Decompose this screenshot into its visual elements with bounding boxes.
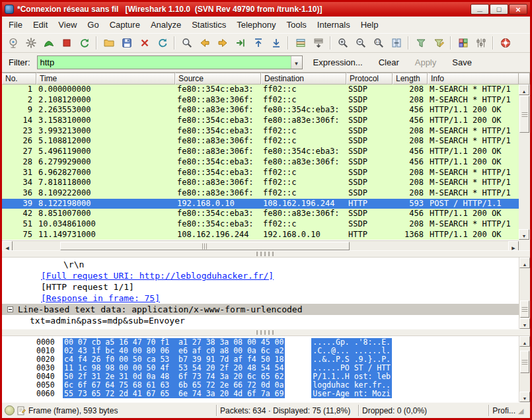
column-header-protocol[interactable]: Protocol xyxy=(346,73,393,85)
menu-edit[interactable]: Edit xyxy=(28,18,53,32)
packet-row[interactable]: 22.108120000fe80::a83e:306f:ff02::cSSDP2… xyxy=(2,95,519,106)
column-header-time[interactable]: Time xyxy=(36,73,175,85)
packet-row[interactable]: 398.122198000192.168.0.10108.162.196.244… xyxy=(2,199,519,209)
hex-line[interactable]: 006055 73 65 72 2d 41 67 65 6e 74 3a 20 … xyxy=(2,390,519,398)
packet-list-vscrollbar[interactable] xyxy=(519,85,530,240)
capture-filter-icon[interactable] xyxy=(412,34,430,52)
packet-row[interactable]: 5110.034861000fe80::354c:eba3:ff02::cSSD… xyxy=(2,219,519,230)
menu-telephony[interactable]: Telephony xyxy=(231,18,281,32)
help-icon[interactable] xyxy=(496,34,514,52)
menu-view[interactable]: View xyxy=(53,18,82,32)
collapse-expander-icon[interactable] xyxy=(7,306,13,312)
column-header-no[interactable]: No. xyxy=(2,73,36,85)
column-header-info[interactable]: Info xyxy=(428,73,519,85)
scroll-right-icon[interactable] xyxy=(508,241,519,250)
menu-help[interactable]: Help xyxy=(356,18,384,32)
packet-row[interactable]: 347.818118000fe80::a83e:306f:ff02::cSSDP… xyxy=(2,178,519,188)
resize-grip-icon[interactable] xyxy=(518,405,527,416)
packet-row[interactable]: 92.263553000fe80::a83e:306f:fe80::354c:e… xyxy=(2,105,519,116)
vscroll-track[interactable] xyxy=(519,95,530,229)
vscroll-thumb[interactable] xyxy=(520,300,529,318)
scroll-up-icon[interactable] xyxy=(519,85,529,95)
detail-text[interactable]: [Full request URI: http://leblogduhacker… xyxy=(41,270,274,281)
open-file-icon[interactable] xyxy=(100,34,118,52)
filter-apply-button[interactable]: Apply xyxy=(414,56,438,69)
column-header-source[interactable]: Source xyxy=(175,73,261,85)
filter-save-button[interactable]: Save xyxy=(451,56,473,69)
packet-row[interactable]: 368.109222000fe80::a83e:306f:ff02::cSSDP… xyxy=(2,188,519,199)
packet-row[interactable]: 233.993213000fe80::354c:eba3:ff02::cSSDP… xyxy=(2,126,519,137)
capture-options-icon[interactable] xyxy=(22,34,40,52)
scroll-up-icon[interactable] xyxy=(519,336,530,347)
packet-row[interactable]: 7511.149731000108.162.196.244192.168.0.1… xyxy=(2,230,519,240)
detail-line[interactable]: txt=admin&pass=mdp&sub=Envoyer xyxy=(2,315,519,326)
find-packet-icon[interactable] xyxy=(178,34,196,52)
go-back-icon[interactable] xyxy=(196,34,213,52)
packet-row[interactable]: 286.279929000fe80::354c:eba3:fe80::a83e:… xyxy=(2,157,519,168)
detail-line[interactable]: [Full request URI: http://leblogduhacker… xyxy=(2,270,519,281)
scroll-left-icon[interactable] xyxy=(2,241,13,250)
scroll-down-icon[interactable] xyxy=(519,392,530,402)
packet-row[interactable]: 275.496119000fe80::a83e:306f:fe80::354c:… xyxy=(2,147,519,157)
filter-dropdown-icon[interactable] xyxy=(291,56,302,69)
menu-analyze[interactable]: Analyze xyxy=(145,18,186,32)
menu-file[interactable]: File xyxy=(3,18,28,32)
menu-internals[interactable]: Internals xyxy=(312,18,356,32)
column-header-destination[interactable]: Destination xyxy=(261,73,346,85)
zoom-in-icon[interactable] xyxy=(334,34,352,52)
capture-comment-icon[interactable] xyxy=(17,405,26,415)
zoom-100-icon[interactable]: 1:1 xyxy=(369,34,387,52)
reload-icon[interactable] xyxy=(153,34,171,52)
go-forward-icon[interactable] xyxy=(213,34,231,52)
stop-capture-icon[interactable] xyxy=(57,34,75,52)
filter-clear-button[interactable]: Clear xyxy=(377,56,400,69)
autoscroll-icon[interactable] xyxy=(309,34,327,52)
packet-row[interactable]: 428.851007000fe80::354c:eba3:fe80::a83e:… xyxy=(2,209,519,219)
title-bar[interactable]: *Connexion réseau sans fil [Wireshark 1.… xyxy=(2,2,530,17)
minimize-icon[interactable] xyxy=(471,4,489,15)
pane-splitter-2[interactable] xyxy=(2,329,530,336)
scroll-down-icon[interactable] xyxy=(519,229,529,240)
menu-capture[interactable]: Capture xyxy=(104,18,145,32)
vscroll-thumb[interactable] xyxy=(520,351,529,373)
resize-columns-icon[interactable] xyxy=(387,34,405,52)
filter-label-button[interactable]: Filter: xyxy=(6,56,33,69)
save-file-icon[interactable] xyxy=(118,34,135,52)
scroll-up-icon[interactable] xyxy=(519,258,530,268)
preferences-icon[interactable] xyxy=(472,34,490,52)
zoom-out-icon[interactable] xyxy=(352,34,369,52)
packet-list-hscrollbar[interactable] xyxy=(2,240,519,250)
list-interfaces-icon[interactable] xyxy=(4,34,22,52)
pane-splitter-1[interactable] xyxy=(2,250,530,258)
expert-info-icon[interactable] xyxy=(5,405,15,415)
vscroll-track[interactable] xyxy=(519,347,530,392)
goto-top-icon[interactable] xyxy=(249,34,267,52)
column-header-length[interactable]: Length xyxy=(393,73,428,85)
detail-line[interactable]: \r\n xyxy=(2,259,519,270)
vscroll-track[interactable] xyxy=(519,268,530,318)
goto-packet-icon[interactable] xyxy=(231,34,249,52)
details-vscrollbar[interactable] xyxy=(519,258,530,329)
detail-text[interactable]: [Response in frame: 75] xyxy=(41,293,160,304)
start-capture-icon[interactable] xyxy=(40,34,57,52)
packet-row[interactable]: 143.158310000fe80::354c:eba3:fe80::a83e:… xyxy=(2,116,519,126)
hscroll-thumb[interactable] xyxy=(60,242,350,250)
menu-statistics[interactable]: Statistics xyxy=(186,18,231,32)
menu-go[interactable]: Go xyxy=(82,18,104,32)
detail-line[interactable]: [HTTP request 1/1] xyxy=(2,281,519,293)
coloring-rules-icon[interactable] xyxy=(454,34,472,52)
menu-tools[interactable]: Tools xyxy=(281,18,311,32)
bytes-vscrollbar[interactable] xyxy=(519,336,530,402)
detail-line[interactable]: Line-based text data: application/x-www-… xyxy=(2,304,519,315)
packet-row[interactable]: 265.108812000fe80::a83e:306f:ff02::cSSDP… xyxy=(2,136,519,147)
filter-input[interactable] xyxy=(38,56,291,69)
close-file-icon[interactable] xyxy=(135,34,153,52)
hscroll-track[interactable] xyxy=(13,241,508,250)
scroll-down-icon[interactable] xyxy=(519,318,530,329)
detail-line[interactable]: [Response in frame: 75] xyxy=(2,293,519,304)
close-icon[interactable] xyxy=(509,4,527,15)
packet-row[interactable]: 10.000000000fe80::354c:eba3:ff02::cSSDP2… xyxy=(2,85,519,95)
maximize-icon[interactable] xyxy=(490,4,508,15)
goto-bottom-icon[interactable] xyxy=(267,34,285,52)
colorize-icon[interactable] xyxy=(291,34,309,52)
